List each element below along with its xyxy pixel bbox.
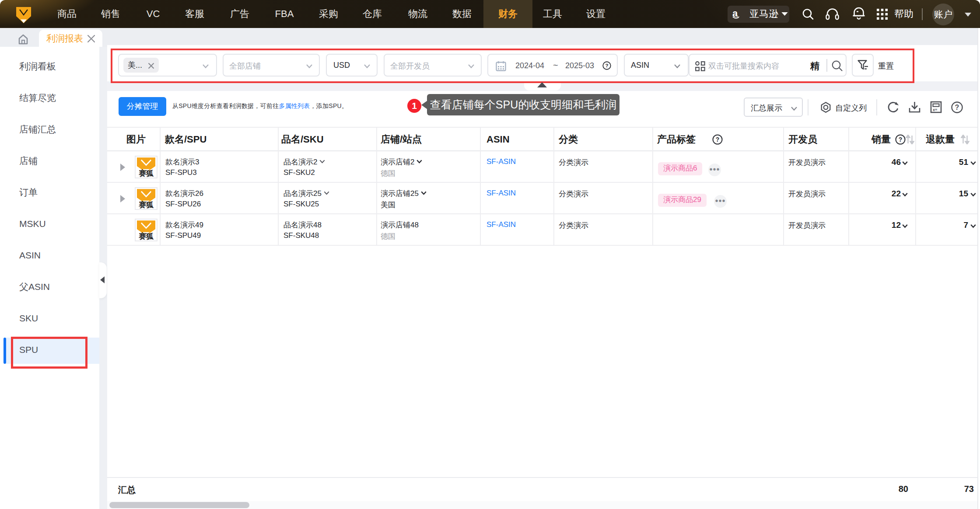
svg-text:x=: x= [933,108,937,112]
svg-text:?: ? [955,104,959,111]
svg-text:?: ? [716,136,720,143]
svg-text:?: ? [899,136,903,143]
